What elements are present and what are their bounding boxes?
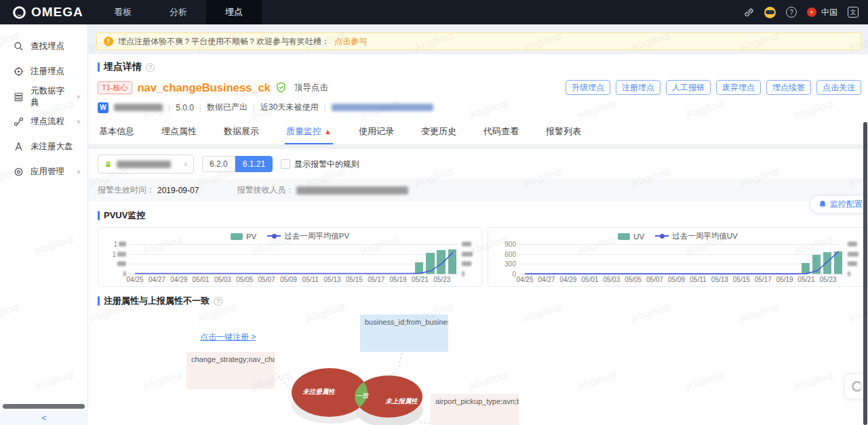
venn-circles: 未注册属性 一致 未上报属性 xyxy=(281,349,443,425)
flag-icon[interactable]: ★ xyxy=(807,7,816,17)
legend-swatch xyxy=(618,233,630,240)
tab-使用记录[interactable]: 使用记录 xyxy=(357,120,395,144)
pv-chart: PV过去一周平均值PV1104/2504/2704/2905/0105/0305… xyxy=(98,227,482,287)
top-nav-right: ? ★ 中国 文 xyxy=(744,7,868,18)
version-button[interactable]: 6.1.21 xyxy=(235,156,273,172)
tab-质量监控[interactable]: 质量监控▲ xyxy=(285,120,333,144)
y-axis-label: 1 xyxy=(113,241,126,248)
venn-left-label: 未注册属性 xyxy=(302,388,336,395)
topnav-item[interactable]: 埋点 xyxy=(206,0,262,24)
chevron-down-icon: ∨ xyxy=(76,119,81,125)
x-axis-label: 05/15 xyxy=(733,276,750,283)
redacted-right-value xyxy=(848,262,857,266)
action-button[interactable]: 升级埋点 xyxy=(566,80,610,95)
page-vertical-scrollbar[interactable] xyxy=(863,122,867,425)
detail-help-icon[interactable]: ? xyxy=(146,63,155,72)
event-actions: 升级埋点注册埋点人工报错废弃埋点埋点续签点击关注 xyxy=(566,80,861,95)
help-icon[interactable]: ? xyxy=(786,7,797,18)
alert-receiver-label: 报警接收人员： xyxy=(237,184,294,196)
sidebar-item-search[interactable]: 查找埋点 xyxy=(0,34,87,59)
one-click-register-link[interactable]: 点击一键注册 > xyxy=(200,331,256,343)
redacted-right-value xyxy=(462,242,471,247)
right-axis-label xyxy=(848,251,859,256)
sidebar-item-dictionary[interactable]: 元数据字典∨ xyxy=(0,84,87,109)
action-button[interactable]: 人工报错 xyxy=(666,80,711,95)
info-icon: ! xyxy=(104,37,113,46)
notice-banner: ! 埋点注册体验不爽？平台使用不顺畅？欢迎参与有奖吐槽： 点击参与 xyxy=(96,33,861,50)
legend-line-item: 过去一周平均值UV xyxy=(655,231,737,241)
tab-变更历史[interactable]: 变更历史 xyxy=(420,120,458,144)
uv-chart: UV过去一周平均值UV900600300004/2504/2704/2905/0… xyxy=(488,227,868,287)
region-label[interactable]: 中国 xyxy=(821,7,837,18)
register-icon xyxy=(14,66,24,77)
y-axis-label: 600 xyxy=(505,250,516,258)
x-axis-label: 05/09 xyxy=(280,276,297,283)
legend-bar-item: PV xyxy=(231,232,256,241)
action-button[interactable]: 注册埋点 xyxy=(616,80,660,95)
topnav-item[interactable]: 看板 xyxy=(95,0,151,24)
x-axis-label: 04/29 xyxy=(170,276,187,283)
redacted-y-value xyxy=(117,262,126,266)
redacted-right-value xyxy=(462,272,465,277)
y-axis-label: 300 xyxy=(505,260,516,268)
pvuv-section-title: PVUV监控 xyxy=(104,209,145,222)
language-icon[interactable]: 文 xyxy=(848,7,859,18)
legend-line xyxy=(655,235,669,237)
show-alerting-rules-checkbox[interactable] xyxy=(281,159,290,169)
assistant-bot-icon[interactable] xyxy=(764,7,776,18)
tab-数据展示[interactable]: 数据展示 xyxy=(222,120,260,144)
legend-line xyxy=(267,235,281,237)
chevron-down-icon: ∨ xyxy=(76,94,81,100)
sidebar-collapse-button[interactable]: < xyxy=(0,411,88,425)
top-nav-menu: 看板分析埋点 xyxy=(95,0,262,24)
redacted-right-value xyxy=(462,262,471,266)
sdk-version: 5.0.0 xyxy=(176,103,194,113)
venn-intersection-label: 一致 xyxy=(356,392,370,399)
x-axis-label: 05/05 xyxy=(625,276,642,283)
x-axis-label: 04/27 xyxy=(149,276,165,283)
search-icon xyxy=(14,41,24,52)
banner-join-link[interactable]: 点击参与 xyxy=(334,36,367,47)
x-axis-label: 05/15 xyxy=(346,276,363,283)
sidebar-item-board[interactable]: 未注册大盘 xyxy=(0,134,87,159)
x-axis-label: 05/21 xyxy=(412,276,429,283)
version-button[interactable]: 6.2.0 xyxy=(202,156,235,172)
x-axis-label: 04/27 xyxy=(538,276,555,283)
venn-right-label: 未上报属性 xyxy=(384,397,418,405)
y-axis-label: 0 xyxy=(512,270,516,278)
x-axis-label: 05/01 xyxy=(581,276,598,283)
x-axis-label: 05/03 xyxy=(214,276,231,283)
x-axis-label: 05/11 xyxy=(690,276,706,283)
average-line xyxy=(519,244,844,274)
event-detail-card: 埋点详情 ? T1-核心 nav_changeBusiness_ck 顶导点击 … xyxy=(88,54,868,145)
tab-报警列表[interactable]: 报警列表 xyxy=(545,120,583,144)
tab-埋点属性[interactable]: 埋点属性 xyxy=(160,120,198,144)
venn-help-icon[interactable]: ? xyxy=(214,297,222,306)
legend-line-item: 过去一周平均值PV xyxy=(267,231,349,241)
action-button[interactable]: 埋点续签 xyxy=(766,80,811,95)
tab-基本信息[interactable]: 基本信息 xyxy=(98,120,136,144)
flow-icon xyxy=(14,117,24,127)
sidebar-item-flow[interactable]: 埋点流程∨ xyxy=(0,109,87,134)
topnav-item[interactable]: 分析 xyxy=(151,0,206,24)
tab-代码查看[interactable]: 代码查看 xyxy=(482,120,520,144)
link-icon[interactable] xyxy=(744,7,754,18)
x-axis-labels: 04/2504/2704/2905/0105/0305/0505/0705/09… xyxy=(519,276,844,285)
main-content: ! 埋点注册体验不爽？平台使用不顺畅？欢迎参与有奖吐槽： 点击参与 埋点详情 ?… xyxy=(88,24,868,425)
detail-tabs: 基本信息埋点属性数据展示质量监控▲使用记录变更历史代码查看报警列表 xyxy=(88,120,868,145)
platform-select[interactable]: ∨ xyxy=(98,155,194,174)
verified-shield-icon xyxy=(276,82,286,93)
redacted-right-value xyxy=(848,242,857,247)
action-button[interactable]: 废弃埋点 xyxy=(716,80,761,95)
event-name: nav_changeBusiness_ck xyxy=(138,81,271,94)
sidebar-item-register[interactable]: 注册埋点 xyxy=(0,59,87,84)
monitor-config-button[interactable]: 监控配置 xyxy=(810,195,868,214)
action-button[interactable]: 点击关注 xyxy=(816,80,861,95)
logo-text: OMEGA xyxy=(31,5,83,20)
chevron-down-icon: ∨ xyxy=(183,161,188,167)
redacted-right-value xyxy=(848,251,859,256)
x-axis-label: 04/29 xyxy=(559,276,576,283)
sidebar-horizontal-scrollbar[interactable] xyxy=(3,404,85,409)
redacted-right-value xyxy=(462,251,473,256)
sidebar-item-settings[interactable]: 应用管理∨ xyxy=(0,159,87,184)
